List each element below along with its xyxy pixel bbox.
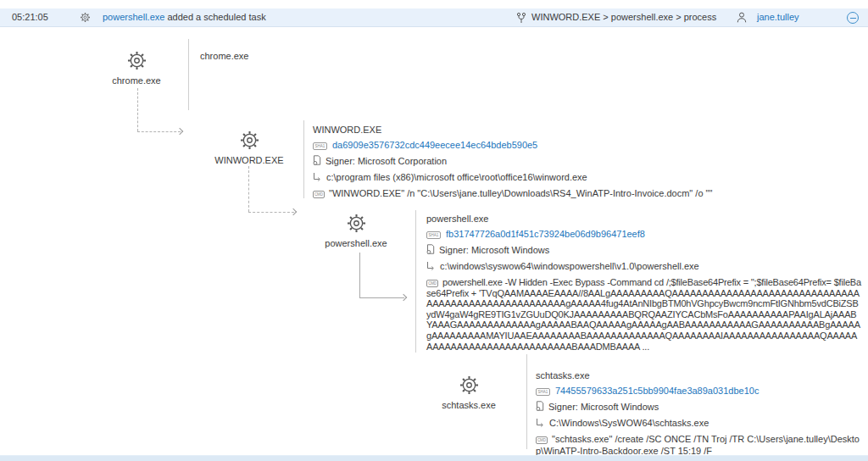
alert-title-text: added a scheduled task	[167, 12, 265, 22]
connector-line	[359, 297, 404, 298]
collapse-alert-icon[interactable]	[847, 12, 859, 24]
person-icon	[737, 12, 747, 25]
arrow-head-icon	[290, 208, 297, 215]
detail-title: chrome.exe	[200, 51, 370, 62]
command-line-icon: CMD	[536, 436, 548, 444]
signer-text: Signer: Microsoft Windows	[548, 402, 659, 412]
top-bar: 05:21:05 powershell.exe added a schedule…	[0, 8, 868, 27]
sha1-link[interactable]: 74455579633a251c5bb9904fae3a89a031dbe10c	[555, 386, 759, 396]
connector-line	[359, 253, 360, 297]
alert-process-tree-page: 05:21:05 powershell.exe added a schedule…	[0, 0, 868, 461]
details-divider	[188, 39, 189, 110]
settings-gear-icon	[80, 12, 91, 25]
sha1-badge-icon: SHA1	[426, 231, 441, 239]
gear-icon	[239, 130, 260, 154]
process-details-powershell: powershell.exe SHA1fb31747726a0d1f451c73…	[426, 214, 862, 356]
arrow-head-icon	[176, 128, 183, 135]
path-text: c:\windows\syswow64\windowspowershell\v1…	[440, 261, 699, 271]
process-node-powershell[interactable]: powershell.exe	[318, 213, 394, 248]
detail-title: schtasks.exe	[536, 370, 861, 381]
process-node-label: chrome.exe	[98, 75, 175, 86]
signer-certificate-icon	[536, 403, 544, 413]
sha1-badge-icon: SHA1	[313, 142, 327, 150]
gear-icon	[459, 375, 480, 399]
alert-time: 05:21:05	[12, 8, 48, 26]
signer-text: Signer: Microsoft Windows	[439, 245, 549, 255]
path-text: C:\Windows\SysWOW64\schtasks.exe	[549, 418, 709, 428]
command-line-text: "WINWORD.EXE" /n "C:\Users\jane.tulley\D…	[329, 188, 712, 198]
file-path-icon	[426, 262, 436, 272]
bottom-bar	[0, 455, 868, 461]
process-node-label: schtasks.exe	[431, 400, 507, 410]
detail-title: WINWORD.EXE	[313, 125, 838, 136]
command-line-icon: CMD	[426, 280, 438, 287]
alert-title: powershell.exe added a scheduled task	[103, 8, 266, 26]
details-divider	[415, 210, 416, 353]
process-node-chrome[interactable]: chrome.exe	[98, 50, 175, 86]
connector-line	[248, 212, 294, 213]
connector-line	[248, 166, 249, 212]
arrow-head-icon	[400, 294, 407, 301]
path-text: c:\program files (x86)\microsoft office\…	[326, 172, 587, 182]
alert-process-link[interactable]: powershell.exe	[103, 12, 164, 22]
sha1-badge-icon: SHA1	[536, 388, 550, 396]
minus-glyph	[850, 18, 856, 19]
breadcrumb[interactable]: WINWORD.EXE > powershell.exe > process	[531, 8, 716, 26]
signer-certificate-icon	[313, 157, 321, 167]
process-details-chrome: chrome.exe	[200, 51, 370, 66]
process-node-label: powershell.exe	[318, 238, 394, 248]
signer-certificate-icon	[426, 246, 435, 256]
process-node-winword[interactable]: WINWORD.EXE	[211, 130, 287, 165]
process-node-schtasks[interactable]: schtasks.exe	[431, 375, 507, 410]
process-details-winword: WINWORD.EXE SHA1da6909e3576732cdc449eece…	[313, 125, 838, 203]
user-link[interactable]: jane.tulley	[757, 8, 799, 26]
details-divider	[526, 354, 527, 449]
command-line-text: powershell.exe -W Hidden -Exec Bypass -C…	[426, 277, 861, 352]
process-details-schtasks: schtasks.exe SHA174455579633a251c5bb9904…	[536, 370, 861, 461]
gear-icon	[126, 50, 147, 75]
details-divider	[303, 120, 304, 198]
file-path-icon	[536, 419, 545, 429]
sha1-link[interactable]: fb31747726a0d1f451c73924be06d9b96471eef8	[446, 229, 645, 239]
command-line-text: "schtasks.exe" /create /SC ONCE /TN Troj…	[536, 434, 860, 456]
command-line-icon: CMD	[313, 191, 325, 198]
process-node-label: WINWORD.EXE	[211, 155, 287, 165]
sha1-link[interactable]: da6909e3576732cdc449eecee14ec64bdeb590e5	[332, 140, 537, 150]
file-path-icon	[313, 173, 322, 183]
process-tree-icon	[516, 12, 526, 25]
connector-line	[137, 131, 181, 132]
signer-text: Signer: Microsoft Corporation	[326, 156, 447, 166]
connector-line	[137, 88, 138, 131]
gear-icon	[346, 213, 367, 237]
detail-title: powershell.exe	[426, 214, 862, 225]
